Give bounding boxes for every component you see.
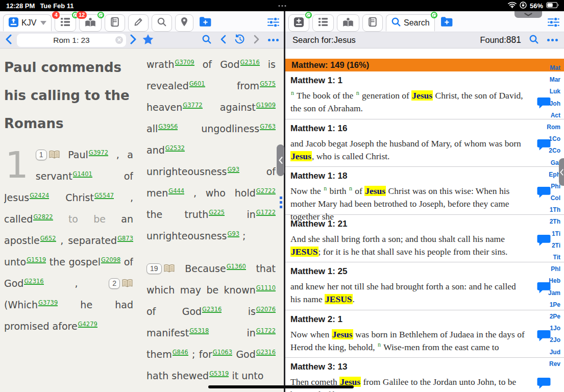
verse-note-book-icon[interactable] — [48, 150, 60, 159]
search-result-row[interactable]: Matthew 1: 16and Jacob begat Joseph the … — [285, 119, 564, 167]
book-jump-rail[interactable]: MatMarLukJohActRom1Co2CoGalEphPhiCol1Th2… — [546, 62, 562, 370]
translator-note-marker[interactable]: n — [356, 89, 359, 96]
book-rail-item[interactable]: 2Th — [546, 216, 562, 228]
strongs-link[interactable]: G1909 — [256, 103, 276, 109]
book-rail-item[interactable]: 2Pe — [546, 311, 562, 323]
history-icon[interactable] — [234, 34, 246, 46]
book-rail-item[interactable]: Act — [546, 110, 562, 121]
tab-search-active[interactable]: Search — [386, 14, 435, 32]
strongs-link[interactable]: G1110 — [256, 285, 276, 291]
search-results-scroll-area[interactable]: Matthew: 149 (16%) Matthew 1: 1n The boo… — [285, 48, 564, 392]
translator-note-marker[interactable]: n — [349, 185, 352, 192]
tab-bible-right[interactable] — [288, 14, 309, 32]
right-scroll-handle[interactable] — [559, 158, 564, 186]
more-options-icon[interactable] — [547, 39, 558, 41]
history-forward-icon[interactable] — [254, 35, 260, 46]
strongs-link[interactable]: G575 — [260, 81, 276, 87]
multitask-dots-icon[interactable] — [278, 5, 286, 7]
book-rail-item[interactable]: Mat — [546, 62, 562, 74]
book-rail-item[interactable]: Heb — [546, 275, 562, 287]
verse-number[interactable]: 1 — [36, 150, 47, 160]
prev-chapter-icon[interactable] — [5, 34, 12, 46]
search-result-row[interactable]: Matthew 1: 21And she shall bring forth a… — [285, 215, 564, 263]
verse-note-book-icon[interactable] — [121, 279, 133, 288]
new-search-icon[interactable] — [529, 34, 539, 46]
strongs-link[interactable]: G3709 — [175, 60, 194, 66]
book-rail-item[interactable]: Luk — [546, 86, 562, 97]
book-rail-item[interactable]: Col — [546, 192, 562, 204]
tab-search-left[interactable] — [152, 14, 172, 32]
history-back-icon[interactable] — [220, 35, 226, 46]
strongs-link[interactable]: G2532 — [165, 145, 185, 152]
strongs-link[interactable]: G1519 — [27, 257, 46, 263]
verse-number[interactable]: 19 — [146, 263, 162, 274]
translator-note-marker[interactable]: n — [291, 89, 294, 96]
tab-highlighter[interactable] — [128, 14, 149, 32]
book-rail-item[interactable]: 2Co — [546, 145, 562, 157]
strongs-link[interactable]: G2316 — [24, 279, 43, 285]
tab-notes-list-right[interactable] — [312, 14, 334, 32]
version-dropdown-icon[interactable] — [40, 21, 46, 25]
verse-marker[interactable]: 1 — [36, 149, 60, 160]
strongs-link[interactable]: G846 — [173, 350, 188, 356]
strongs-link[interactable]: G444 — [168, 188, 184, 194]
strongs-link[interactable]: G93 — [228, 167, 240, 173]
verse-marker[interactable]: 2 — [109, 278, 133, 289]
strongs-link[interactable]: G3956 — [158, 124, 178, 130]
settings-sliders-icon[interactable] — [547, 17, 560, 28]
book-rail-item[interactable]: Joh — [546, 98, 562, 110]
strongs-link[interactable]: G3972 — [89, 150, 108, 156]
book-rail-item[interactable]: 1Jo — [546, 323, 562, 334]
strongs-link[interactable]: G2076 — [256, 307, 276, 313]
comment-bubble-icon[interactable] — [537, 377, 551, 391]
search-result-row[interactable]: Matthew 1: 25and knew her not till she h… — [285, 262, 564, 310]
book-rail-item[interactable]: 1Ti — [546, 228, 562, 240]
tab-journal-right[interactable] — [362, 14, 383, 32]
translator-note-marker[interactable]: n — [324, 185, 327, 192]
tab-reading-plan[interactable]: 12 — [79, 14, 102, 32]
bible-text-scroll-area[interactable]: Paul commends his calling to the Romans1… — [0, 48, 284, 391]
book-rail-item[interactable]: 1Pe — [546, 299, 562, 311]
strongs-link[interactable]: G5547 — [94, 193, 114, 199]
strongs-link[interactable]: G2822 — [33, 214, 53, 220]
book-group-header[interactable]: Matthew: 149 (16%) — [285, 59, 564, 71]
book-rail-item[interactable]: 1Co — [546, 133, 562, 145]
strongs-link[interactable]: G4279 — [78, 322, 97, 328]
book-rail-item[interactable]: Phl — [546, 263, 562, 275]
strongs-link[interactable]: G1360 — [227, 264, 246, 270]
strongs-link[interactable]: G1401 — [73, 172, 92, 178]
search-result-row[interactable]: Matthew 2: 1Now when Jesus was born in B… — [285, 310, 564, 358]
verse-marker[interactable]: 19 — [146, 263, 175, 274]
book-rail-item[interactable]: Tit — [546, 252, 562, 263]
strongs-link[interactable]: G2722 — [256, 188, 276, 194]
strongs-link[interactable]: G5318 — [189, 328, 209, 334]
book-rail-item[interactable]: 2Ti — [546, 240, 562, 252]
verse-number[interactable]: 2 — [109, 278, 120, 289]
book-rail-item[interactable]: 1Th — [546, 204, 562, 216]
strongs-link[interactable]: G1722 — [256, 210, 276, 216]
verse-note-book-icon[interactable] — [163, 264, 175, 273]
more-options-icon[interactable] — [268, 39, 279, 41]
strongs-link[interactable]: G652 — [40, 236, 56, 242]
book-rail-item[interactable]: Jud — [546, 347, 562, 358]
strongs-link[interactable]: G3739 — [38, 300, 58, 306]
pane-divider[interactable] — [284, 11, 285, 392]
clear-reference-icon[interactable]: ✕ — [115, 36, 123, 44]
book-rail-item[interactable]: Jam — [546, 287, 562, 299]
strongs-link[interactable]: G873 — [117, 236, 133, 242]
tab-reading-plan-right[interactable] — [337, 14, 359, 32]
book-rail-item[interactable]: Mar — [546, 74, 562, 86]
translator-note-marker[interactable]: n — [378, 341, 381, 348]
book-rail-item[interactable]: Rom — [546, 121, 562, 133]
strongs-link[interactable]: G1722 — [256, 328, 276, 334]
search-in-bible-icon[interactable] — [202, 34, 212, 46]
divider-drag-dots[interactable] — [280, 197, 282, 208]
strongs-link[interactable]: G2316 — [256, 350, 276, 356]
divider-collapse-handle[interactable] — [277, 144, 284, 176]
reference-input[interactable]: Rom 1: 23 ✕ — [17, 34, 126, 47]
tab-bible-kjv[interactable]: KJV — [3, 14, 52, 32]
strongs-link[interactable]: G93 — [228, 231, 240, 237]
bookmark-star-icon[interactable] — [142, 34, 154, 47]
tab-notes-list[interactable]: 4 — [55, 14, 76, 32]
book-rail-item[interactable]: Rev — [546, 358, 562, 370]
